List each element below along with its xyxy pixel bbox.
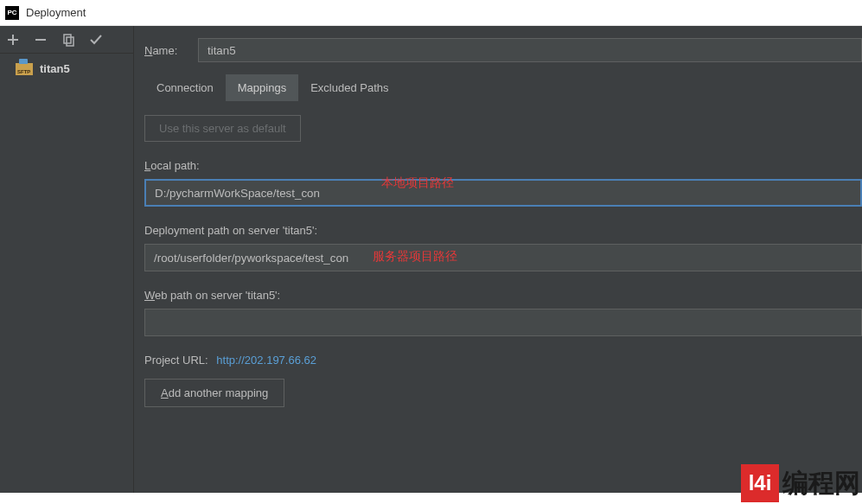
web-path-input[interactable] xyxy=(144,309,862,336)
window-title: Deployment xyxy=(26,6,86,19)
server-item-label: titan5 xyxy=(40,62,70,75)
mappings-content: Use this server as default Local path: 本… xyxy=(134,101,862,421)
name-row: Name: xyxy=(134,26,862,74)
use-default-button: Use this server as default xyxy=(144,115,301,142)
sftp-icon: SFTP xyxy=(16,63,33,75)
web-path-label: Web path on server 'titan5': xyxy=(144,289,862,302)
add-mapping-button[interactable]: Add another mapping xyxy=(144,379,284,407)
copy-icon[interactable] xyxy=(61,32,76,48)
server-toolbar xyxy=(0,26,133,54)
svg-rect-3 xyxy=(64,35,71,43)
tabs: Connection Mappings Excluded Paths xyxy=(134,74,862,101)
deployment-path-label: Deployment path on server 'titan5': xyxy=(144,224,862,237)
watermark-text: 编程网 xyxy=(782,466,860,501)
local-path-label: Local path: xyxy=(144,159,862,172)
project-url-label: Project URL: xyxy=(144,354,208,367)
project-url-link[interactable]: http://202.197.66.62 xyxy=(216,354,316,367)
name-label: Name: xyxy=(144,44,184,57)
right-panel: Name: Connection Mappings Excluded Paths… xyxy=(134,26,862,493)
add-icon[interactable] xyxy=(5,32,21,48)
app-icon: PC xyxy=(5,6,19,20)
main-area: SFTP titan5 Name: Connection Mappings Ex… xyxy=(0,26,862,493)
svg-rect-4 xyxy=(67,37,73,46)
watermark: l4i 编程网 xyxy=(741,464,860,502)
server-item-titan5[interactable]: SFTP titan5 xyxy=(0,59,133,79)
local-path-input[interactable] xyxy=(144,179,862,207)
svg-rect-1 xyxy=(8,39,18,41)
deployment-path-input[interactable] xyxy=(144,244,862,271)
watermark-badge: l4i xyxy=(741,464,779,502)
name-input[interactable] xyxy=(198,38,862,62)
checkmark-icon[interactable] xyxy=(88,32,104,48)
server-list: SFTP titan5 xyxy=(0,54,133,84)
left-panel: SFTP titan5 xyxy=(0,26,134,493)
remove-icon[interactable] xyxy=(33,32,48,48)
title-bar: PC Deployment xyxy=(0,0,862,26)
tab-excluded-paths[interactable]: Excluded Paths xyxy=(298,74,400,101)
tab-connection[interactable]: Connection xyxy=(144,74,226,101)
project-url-row: Project URL: http://202.197.66.62 xyxy=(144,354,862,367)
svg-rect-2 xyxy=(35,39,46,41)
tab-mappings[interactable]: Mappings xyxy=(226,74,298,101)
